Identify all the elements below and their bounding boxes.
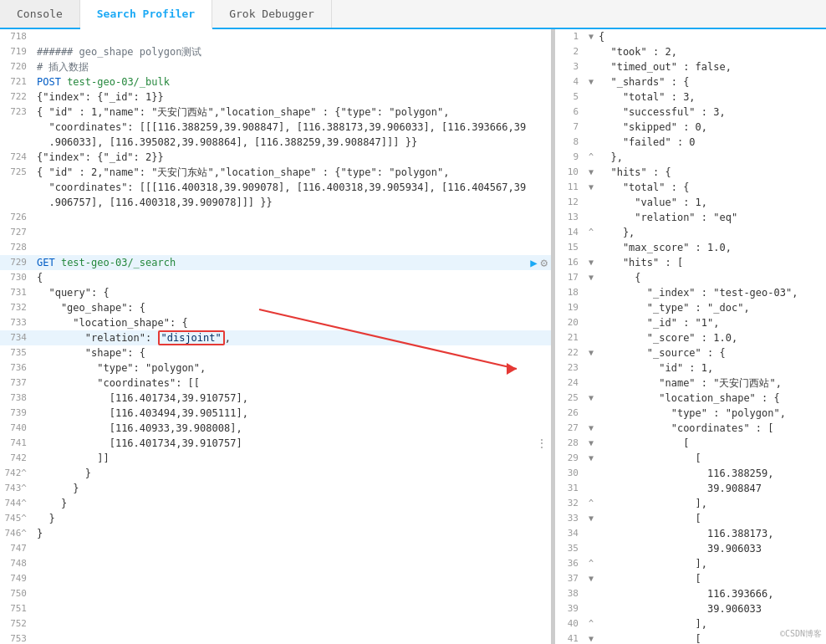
output-line-content: "total" : { <box>597 180 826 195</box>
output-line-row: 26 "type" : "polygon", <box>555 406 826 421</box>
tab-grok-debugger[interactable]: Grok Debugger <box>212 0 332 28</box>
output-area[interactable]: 1▼{2 "took" : 2,3 "timed_out" : false,4▼… <box>555 29 826 644</box>
line-content: "coordinates": [[[116.388259,39.908847],… <box>33 120 551 135</box>
line-content <box>33 586 551 601</box>
output-line-content: "skipped" : 0, <box>597 120 826 135</box>
editor-line-row: 746^} <box>0 526 551 541</box>
editor-line-row: 718 <box>0 29 551 44</box>
settings-button[interactable]: ⚙ <box>541 255 548 270</box>
line-number: 735 <box>0 345 33 360</box>
editor-line-row: 727 <box>0 225 551 240</box>
toggle-button[interactable]: ▼ <box>585 345 597 360</box>
output-line-number: 35 <box>555 541 585 556</box>
line-number: 734 <box>0 330 33 345</box>
output-line-row: 28▼ [ <box>555 436 826 451</box>
line-content: { "id" : 2,"name": "天安门东站","location_sha… <box>33 165 551 180</box>
toggle-button[interactable]: ▼ <box>585 436 597 451</box>
line-number: 724 <box>0 150 33 165</box>
line-number: 719 <box>0 44 33 59</box>
line-number: 753 <box>0 631 33 644</box>
run-button[interactable]: ▶ <box>530 255 537 270</box>
line-number: 720 <box>0 59 33 74</box>
line-content: ]] <box>33 451 551 466</box>
toggle-button[interactable]: ^ <box>585 150 597 165</box>
output-line-content: "max_score" : 1.0, <box>597 240 826 255</box>
line-content: } <box>33 511 551 526</box>
toggle-button[interactable]: ▼ <box>585 255 597 270</box>
output-line-number: 28 <box>555 436 585 451</box>
editor-line-row: 737 "coordinates": [[ <box>0 376 551 391</box>
editor-line-row: 731 "query": { <box>0 285 551 300</box>
editor-line-row: 751 <box>0 601 551 616</box>
toggle-button[interactable]: ▼ <box>585 631 597 644</box>
output-line-number: 26 <box>555 406 585 421</box>
toggle-button[interactable]: ▼ <box>585 165 597 180</box>
editor-line-row: 739 [116.403494,39.905111], <box>0 406 551 421</box>
line-number: 733 <box>0 315 33 330</box>
toggle-button[interactable]: ▼ <box>585 571 597 586</box>
output-line-content: }, <box>597 225 826 240</box>
line-number: 726 <box>0 210 33 225</box>
editor-line-row: 724{"index": {"_id": 2}} <box>0 150 551 165</box>
line-content: "geo_shape": { <box>33 300 551 315</box>
output-line-content: "timed_out" : false, <box>597 59 826 74</box>
toggle-button[interactable]: ^ <box>585 225 597 240</box>
watermark: ©CSDN博客 <box>780 628 822 640</box>
line-content: "relation": "disjoint", <box>33 330 551 345</box>
output-line-number: 7 <box>555 120 585 135</box>
line-content <box>33 631 551 644</box>
output-line-row: 2 "took" : 2, <box>555 44 826 59</box>
output-line-number: 10 <box>555 165 585 180</box>
line-content <box>33 29 551 44</box>
output-line-row: 27▼ "coordinates" : [ <box>555 421 826 436</box>
editor-area[interactable]: 718 719###### geo_shape polygon测试720# 插入… <box>0 29 551 644</box>
toggle-button[interactable]: ▼ <box>585 391 597 406</box>
output-line-number: 20 <box>555 315 585 330</box>
output-line-row: 21 "_score" : 1.0, <box>555 330 826 345</box>
tab-console[interactable]: Console <box>0 0 80 28</box>
line-number: 742 <box>0 451 33 466</box>
toggle-button[interactable]: ▼ <box>585 451 597 466</box>
line-content <box>33 225 551 240</box>
line-content <box>33 571 551 586</box>
line-number: 730 <box>0 270 33 285</box>
more-options-button[interactable]: ⋮ <box>536 436 548 451</box>
output-line-row: 35 39.906033 <box>555 541 826 556</box>
output-line-row: 15 "max_score" : 1.0, <box>555 240 826 255</box>
output-line-content: "type" : "polygon", <box>597 406 826 421</box>
output-line-content: 116.388173, <box>597 526 826 541</box>
toggle-button[interactable]: ▼ <box>585 511 597 526</box>
toggle-button[interactable]: ▼ <box>585 29 597 44</box>
tab-search-profiler[interactable]: Search Profiler <box>80 0 212 29</box>
line-content: "shape": { <box>33 345 551 360</box>
line-number: 723 <box>0 105 33 120</box>
line-content: # 插入数据 <box>33 59 551 74</box>
toggle-button[interactable]: ^ <box>585 496 597 511</box>
editor-line-row: "coordinates": [[[116.388259,39.908847],… <box>0 120 551 135</box>
output-line-number: 39 <box>555 601 585 616</box>
output-line-row: 19 "_type" : "_doc", <box>555 300 826 315</box>
line-content: "type": "polygon", <box>33 360 551 376</box>
line-number: 736 <box>0 360 33 376</box>
toggle-button[interactable]: ▼ <box>585 74 597 89</box>
output-line-number: 8 <box>555 135 585 150</box>
line-content: [116.401734,39.910757] <box>33 436 551 451</box>
header-tabs: Console Search Profiler Grok Debugger <box>0 0 826 29</box>
output-line-row: 20 "_id" : "1", <box>555 315 826 330</box>
output-line-row: 17▼ { <box>555 270 826 285</box>
line-number: 752 <box>0 616 33 631</box>
output-line-row: 11▼ "total" : { <box>555 180 826 195</box>
toggle-button[interactable]: ▼ <box>585 421 597 436</box>
output-line-number: 3 <box>555 59 585 74</box>
toggle-button[interactable]: ▼ <box>585 180 597 195</box>
toggle-button[interactable]: ^ <box>585 556 597 571</box>
toggle-button[interactable]: ▼ <box>585 270 597 285</box>
line-content: { <box>33 270 551 285</box>
output-line-content: "_index" : "test-geo-03", <box>597 285 826 300</box>
line-number: 729 <box>0 255 33 270</box>
line-number: 737 <box>0 376 33 391</box>
output-line-row: 1▼{ <box>555 29 826 44</box>
output-line-row: 24 "name" : "天安门西站", <box>555 376 826 391</box>
output-line-number: 30 <box>555 466 585 481</box>
toggle-button[interactable]: ^ <box>585 616 597 631</box>
